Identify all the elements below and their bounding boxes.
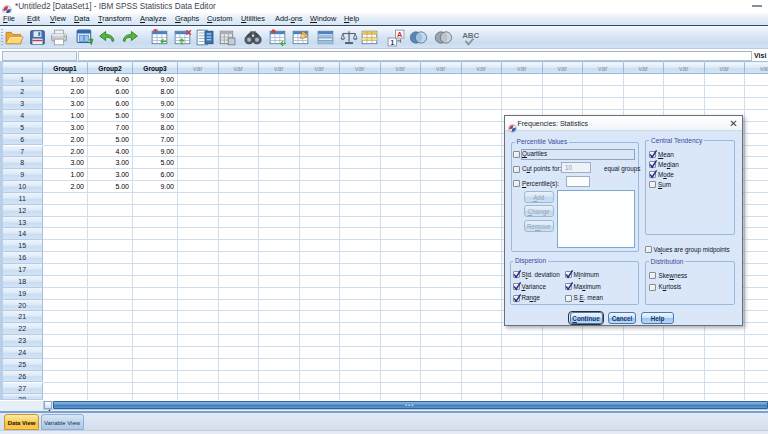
svg-text:1: 1 — [390, 38, 394, 47]
svg-text:ABC: ABC — [462, 31, 479, 40]
svg-text:A: A — [397, 30, 403, 39]
